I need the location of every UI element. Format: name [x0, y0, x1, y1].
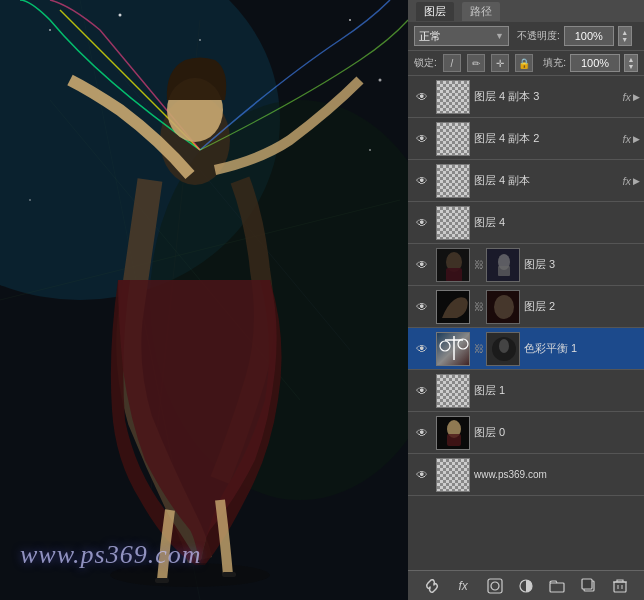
layer-thumbnail	[436, 248, 470, 282]
layer-thumbnail	[436, 122, 470, 156]
blend-mode-select[interactable]: 正常 ▼	[414, 26, 509, 46]
opacity-value[interactable]: 100%	[564, 26, 614, 46]
svg-point-5	[199, 39, 201, 41]
blend-mode-row: 正常 ▼ 不透明度: 100% ▲ ▼	[408, 22, 644, 51]
svg-rect-45	[582, 579, 592, 589]
svg-rect-39	[447, 434, 461, 446]
fill-up-icon: ▲	[628, 56, 635, 63]
delete-layer-btn[interactable]	[609, 575, 631, 597]
fx-badge: fx	[622, 133, 631, 145]
add-mask-btn[interactable]	[484, 575, 506, 597]
tab-paths[interactable]: 路径	[462, 2, 500, 21]
blend-mode-value: 正常	[419, 29, 441, 44]
svg-point-9	[369, 149, 371, 151]
fill-value[interactable]: 100%	[570, 54, 620, 72]
layer-chain-icon: ⛓	[474, 343, 484, 354]
adjustments-btn[interactable]	[515, 575, 537, 597]
expand-icon: ▶	[633, 134, 640, 144]
svg-point-6	[349, 19, 351, 21]
layer-name: 图层 0	[474, 425, 640, 440]
layer-item[interactable]: 👁 ⛓ 图层 3	[408, 244, 644, 286]
new-layer-btn[interactable]	[578, 575, 600, 597]
layer-item[interactable]: 👁 图层 4	[408, 202, 644, 244]
svg-point-4	[119, 14, 122, 17]
svg-rect-22	[446, 268, 462, 282]
lock-transparent-btn[interactable]: /	[443, 54, 461, 72]
link-layers-btn[interactable]	[421, 575, 443, 597]
layer-chain-icon: ⛓	[474, 259, 484, 270]
svg-point-36	[499, 339, 509, 353]
layer-name: 图层 4	[474, 215, 640, 230]
svg-rect-25	[498, 266, 510, 276]
svg-point-28	[494, 295, 514, 319]
lock-row: 锁定: / ✏ ✛ 🔒 填充: 100% ▲ ▼	[408, 51, 644, 76]
expand-icon: ▶	[633, 92, 640, 102]
layer-thumbnail	[436, 416, 470, 450]
opacity-label: 不透明度:	[517, 29, 560, 43]
layer-thumbnail	[436, 374, 470, 408]
layer-item[interactable]: 👁 图层 4 副本 2 fx ▶	[408, 118, 644, 160]
layer-visibility-toggle[interactable]: 👁	[412, 423, 432, 443]
opacity-up-icon: ▲	[621, 29, 628, 36]
layer-thumbnail	[436, 458, 470, 492]
layer-item[interactable]: 👁	[408, 328, 644, 370]
layer-thumbnail	[436, 290, 470, 324]
panel-tabs: 图层 路径	[408, 0, 644, 22]
svg-rect-19	[222, 572, 236, 577]
layer-mask-thumbnail	[486, 332, 520, 366]
layer-name: 图层 4 副本 3	[474, 89, 620, 104]
layer-item[interactable]: 👁 图层 4 副本 fx ▶	[408, 160, 644, 202]
lock-all-btn[interactable]: 🔒	[515, 54, 533, 72]
canvas-background	[0, 0, 408, 600]
layer-item[interactable]: 👁 图层 4 副本 3 fx ▶	[408, 76, 644, 118]
layer-visibility-toggle[interactable]: 👁	[412, 297, 432, 317]
layer-chain-icon: ⛓	[474, 301, 484, 312]
layer-visibility-toggle[interactable]: 👁	[412, 129, 432, 149]
svg-point-41	[491, 582, 499, 590]
new-group-btn[interactable]	[546, 575, 568, 597]
lock-position-btn[interactable]: ✛	[491, 54, 509, 72]
fill-label: 填充:	[543, 56, 566, 70]
canvas-area: www.ps369.com	[0, 0, 408, 600]
watermark: www.ps369.com	[20, 540, 202, 570]
svg-point-7	[379, 79, 382, 82]
layer-thumbnail	[436, 80, 470, 114]
svg-point-3	[49, 29, 51, 31]
svg-rect-46	[614, 582, 626, 592]
fill-down-icon: ▼	[628, 63, 635, 70]
layer-thumbnail	[436, 164, 470, 198]
layer-name: 图层 2	[524, 299, 640, 314]
layer-visibility-toggle[interactable]: 👁	[412, 339, 432, 359]
lock-transparent-icon: /	[450, 58, 453, 69]
opacity-down-icon: ▼	[621, 36, 628, 43]
lock-image-icon: ✏	[472, 58, 480, 69]
lock-image-btn[interactable]: ✏	[467, 54, 485, 72]
layer-item[interactable]: 👁 www.ps369.com	[408, 454, 644, 496]
lock-position-icon: ✛	[496, 58, 504, 69]
svg-rect-18	[155, 578, 169, 583]
layer-visibility-toggle[interactable]: 👁	[412, 381, 432, 401]
layer-visibility-toggle[interactable]: 👁	[412, 171, 432, 191]
fx-btn[interactable]: fx	[452, 575, 474, 597]
fx-badge: fx	[622, 175, 631, 187]
svg-point-8	[29, 199, 31, 201]
tab-layers[interactable]: 图层	[416, 2, 454, 21]
layer-thumbnail	[436, 332, 470, 366]
lock-all-icon: 🔒	[518, 58, 530, 69]
opacity-spinner[interactable]: ▲ ▼	[618, 26, 632, 46]
layer-item[interactable]: 👁 图层 0	[408, 412, 644, 454]
expand-icon: ▶	[633, 176, 640, 186]
fill-spinner[interactable]: ▲ ▼	[624, 54, 638, 72]
layer-mask-thumbnail	[486, 290, 520, 324]
layer-mask-thumbnail	[486, 248, 520, 282]
layer-visibility-toggle[interactable]: 👁	[412, 213, 432, 233]
svg-rect-43	[550, 583, 564, 592]
layer-name: 图层 1	[474, 383, 640, 398]
layer-visibility-toggle[interactable]: 👁	[412, 255, 432, 275]
layer-name: www.ps369.com	[474, 469, 640, 480]
layer-visibility-toggle[interactable]: 👁	[412, 465, 432, 485]
svg-rect-40	[488, 579, 502, 593]
layer-item[interactable]: 👁 图层 1	[408, 370, 644, 412]
layer-visibility-toggle[interactable]: 👁	[412, 87, 432, 107]
layer-item[interactable]: 👁 ⛓ 图层 2	[408, 286, 644, 328]
